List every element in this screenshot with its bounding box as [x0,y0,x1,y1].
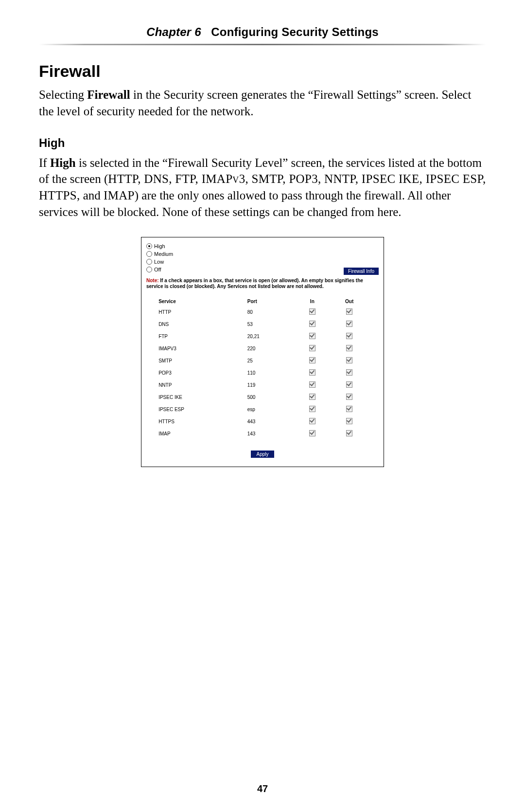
checkbox-in[interactable] [309,369,315,376]
radio-label: Low [154,259,164,265]
cell-out [330,355,369,367]
text: If [39,156,50,169]
checkbox-out[interactable] [346,406,352,412]
radio-medium[interactable]: Medium [146,250,379,258]
checkbox-out[interactable] [346,333,352,339]
table-row: DNS53 [156,318,369,330]
table-row: IMAPV3220 [156,343,369,355]
cell-service: FTP [156,330,245,343]
checkbox-out[interactable] [346,381,352,388]
radio-low[interactable]: Low [146,258,379,266]
cell-service: IPSEC ESP [156,403,245,415]
cell-port: 53 [245,318,295,330]
cell-port: esp [245,403,295,415]
checkbox-out[interactable] [346,418,352,424]
checkbox-out[interactable] [346,430,352,436]
table-row: HTTPS443 [156,415,369,428]
checkbox-in[interactable] [309,357,315,363]
radio-high[interactable]: High [146,242,379,250]
cell-in [295,391,329,403]
manual-page: Chapter 6 Configuring Security Settings … [0,0,525,812]
bold-firewall: Firewall [87,88,130,101]
cell-out [330,428,369,440]
firewall-settings-panel: High Medium Low Off Firewall Info [141,237,384,467]
table-row: IMAP143 [156,428,369,440]
cell-in [295,355,329,367]
checkbox-in[interactable] [309,430,315,436]
checkbox-out[interactable] [346,369,352,376]
col-port: Port [245,297,295,306]
cell-port: 20,21 [245,330,295,343]
col-service: Service [156,297,245,306]
header-divider [39,44,486,45]
radio-icon [146,267,152,272]
cell-service: DNS [156,318,245,330]
cell-service: IMAPV3 [156,343,245,355]
cell-in [295,428,329,440]
radio-label: High [154,243,165,249]
note-label: Note: [146,278,159,283]
bold-high: High [50,156,76,169]
table-row: FTP20,21 [156,330,369,343]
cell-service: IPSEC IKE [156,391,245,403]
checkbox-in[interactable] [309,406,315,412]
cell-in [295,367,329,379]
chapter-title: Configuring Security Settings [211,25,378,38]
table-row: SMTP25 [156,355,369,367]
cell-out [330,379,369,391]
col-in: In [295,297,329,306]
firewall-info-button[interactable]: Firewall Info [344,268,379,275]
radio-icon [146,243,152,249]
table-header-row: Service Port In Out [156,297,369,306]
checkbox-out[interactable] [346,357,352,363]
checkbox-in[interactable] [309,308,315,315]
apply-row: Apply [146,451,379,458]
checkbox-in[interactable] [309,333,315,339]
col-out: Out [330,297,369,306]
cell-service: HTTPS [156,415,245,428]
cell-out [330,391,369,403]
checkbox-out[interactable] [346,321,352,327]
cell-port: 80 [245,306,295,318]
services-table: Service Port In Out HTTP80DNS53FTP20,21I… [156,297,369,440]
table-row: IPSEC IKE500 [156,391,369,403]
imap-text: IMAP [104,189,135,202]
checkbox-in[interactable] [309,321,315,327]
cell-service: NNTP [156,379,245,391]
checkbox-in[interactable] [309,418,315,424]
checkbox-out[interactable] [346,394,352,400]
checkbox-out[interactable] [346,308,352,315]
radio-icon [146,259,152,265]
cell-service: IMAP [156,428,245,440]
cell-out [330,330,369,343]
cell-service: POP3 [156,367,245,379]
cell-port: 25 [245,355,295,367]
cell-service: HTTP [156,306,245,318]
section-intro: Selecting Firewall in the Security scree… [39,87,486,120]
cell-service: SMTP [156,355,245,367]
cell-in [295,318,329,330]
table-row: NNTP119 [156,379,369,391]
radio-label: Off [154,267,161,272]
page-number: 47 [0,783,525,794]
firewall-settings-screenshot: High Medium Low Off Firewall Info [141,237,384,467]
checkbox-in[interactable] [309,381,315,388]
cell-in [295,415,329,428]
cell-port: 443 [245,415,295,428]
cell-port: 110 [245,367,295,379]
table-row: HTTP80 [156,306,369,318]
cell-in [295,343,329,355]
checkbox-in[interactable] [309,345,315,351]
note-body: If a check appears in a box, that servic… [146,278,363,289]
apply-button[interactable]: Apply [251,451,274,458]
cell-port: 143 [245,428,295,440]
cell-out [330,367,369,379]
radio-label: Medium [154,251,173,257]
section-title: Firewall [39,62,486,81]
chapter-header: Chapter 6 Configuring Security Settings [39,25,486,39]
note-text: Note: If a check appears in a box, that … [146,278,379,290]
radio-icon [146,251,152,257]
subsection-body: If High is selected in the “Firewall Sec… [39,155,486,220]
checkbox-out[interactable] [346,345,352,351]
checkbox-in[interactable] [309,394,315,400]
